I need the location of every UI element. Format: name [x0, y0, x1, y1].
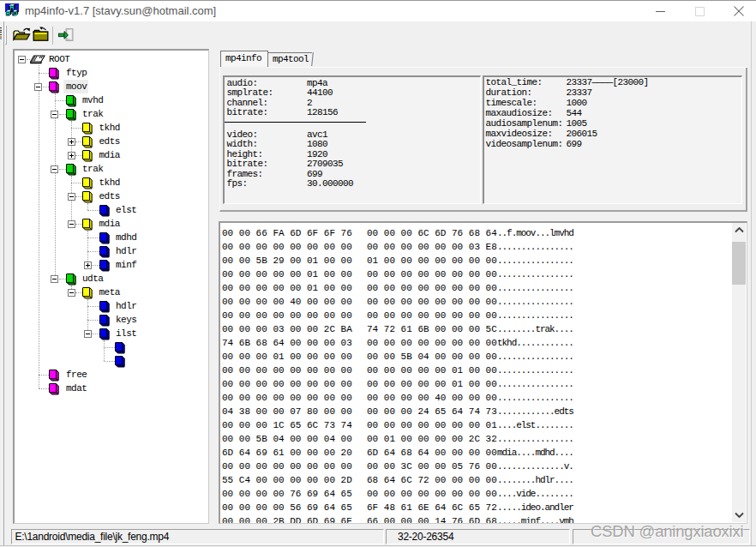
svg-text:O: O — [13, 10, 17, 16]
svg-text:R: R — [6, 10, 10, 16]
